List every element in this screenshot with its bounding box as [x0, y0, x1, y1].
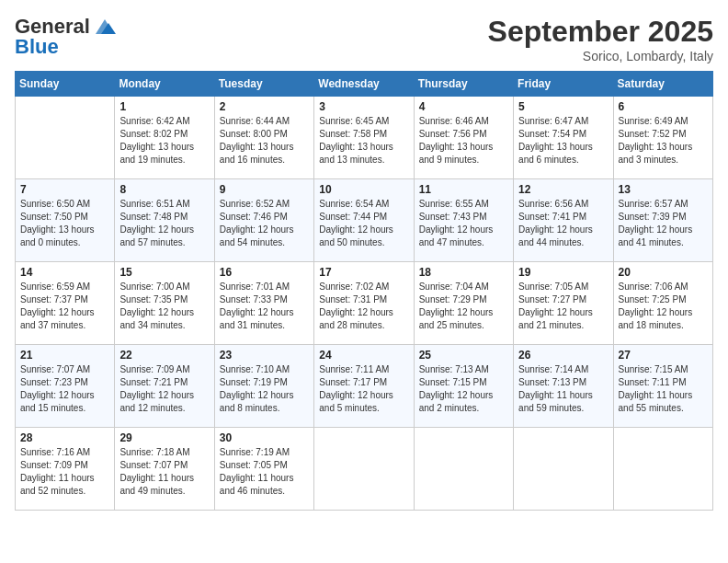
day-info: Sunrise: 7:04 AM Sunset: 7:29 PM Dayligh…	[419, 281, 508, 332]
day-number: 18	[419, 266, 508, 279]
day-number: 20	[619, 266, 708, 279]
day-info: Sunrise: 6:47 AM Sunset: 7:54 PM Dayligh…	[518, 115, 608, 167]
weekday-header-tuesday: Tuesday	[214, 72, 313, 97]
day-info: Sunrise: 6:50 AM Sunset: 7:50 PM Dayligh…	[20, 198, 109, 249]
day-info: Sunrise: 7:15 AM Sunset: 7:11 PM Dayligh…	[619, 363, 708, 415]
calendar-header: SundayMondayTuesdayWednesdayThursdayFrid…	[16, 72, 713, 97]
day-info: Sunrise: 7:01 AM Sunset: 7:33 PM Dayligh…	[220, 281, 309, 332]
day-cell: 14Sunrise: 6:59 AM Sunset: 7:37 PM Dayli…	[16, 262, 115, 345]
day-cell: 16Sunrise: 7:01 AM Sunset: 7:33 PM Dayli…	[214, 262, 313, 345]
day-number: 2	[220, 100, 309, 113]
day-number: 7	[20, 183, 109, 196]
day-info: Sunrise: 7:10 AM Sunset: 7:19 PM Dayligh…	[220, 363, 309, 415]
day-number: 6	[619, 100, 708, 113]
day-info: Sunrise: 7:13 AM Sunset: 7:15 PM Dayligh…	[419, 363, 508, 415]
day-number: 25	[419, 349, 508, 362]
day-info: Sunrise: 7:06 AM Sunset: 7:25 PM Dayligh…	[619, 281, 708, 332]
calendar-table: SundayMondayTuesdayWednesdayThursdayFrid…	[15, 71, 713, 511]
day-info: Sunrise: 7:16 AM Sunset: 7:09 PM Dayligh…	[20, 446, 109, 498]
day-cell: 11Sunrise: 6:55 AM Sunset: 7:43 PM Dayli…	[414, 179, 513, 262]
day-cell: 21Sunrise: 7:07 AM Sunset: 7:23 PM Dayli…	[16, 345, 115, 428]
day-cell: 28Sunrise: 7:16 AM Sunset: 7:09 PM Dayli…	[16, 428, 115, 511]
day-cell: 24Sunrise: 7:11 AM Sunset: 7:17 PM Dayli…	[314, 345, 414, 428]
day-info: Sunrise: 7:14 AM Sunset: 7:13 PM Dayligh…	[518, 363, 608, 415]
day-cell: 6Sunrise: 6:49 AM Sunset: 7:52 PM Daylig…	[613, 97, 712, 179]
day-cell: 20Sunrise: 7:06 AM Sunset: 7:25 PM Dayli…	[613, 262, 712, 345]
day-cell: 13Sunrise: 6:57 AM Sunset: 7:39 PM Dayli…	[613, 179, 712, 262]
day-info: Sunrise: 6:42 AM Sunset: 8:02 PM Dayligh…	[119, 115, 209, 167]
month-title: September 2025	[488, 15, 713, 49]
day-cell	[414, 428, 513, 511]
day-info: Sunrise: 7:05 AM Sunset: 7:27 PM Dayligh…	[518, 281, 608, 332]
day-info: Sunrise: 6:59 AM Sunset: 7:37 PM Dayligh…	[20, 281, 109, 332]
day-cell: 3Sunrise: 6:45 AM Sunset: 7:58 PM Daylig…	[314, 97, 414, 179]
day-number: 8	[119, 183, 209, 196]
location-subtitle: Sorico, Lombardy, Italy	[488, 49, 713, 63]
day-number: 5	[518, 100, 608, 113]
weekday-header-wednesday: Wednesday	[314, 72, 414, 97]
day-number: 24	[319, 349, 408, 362]
day-info: Sunrise: 7:00 AM Sunset: 7:35 PM Dayligh…	[119, 281, 209, 332]
day-info: Sunrise: 6:45 AM Sunset: 7:58 PM Dayligh…	[319, 115, 408, 167]
day-info: Sunrise: 6:57 AM Sunset: 7:39 PM Dayligh…	[619, 198, 708, 249]
day-cell: 2Sunrise: 6:44 AM Sunset: 8:00 PM Daylig…	[214, 97, 313, 179]
page-header: General Blue September 2025 Sorico, Lomb…	[15, 15, 713, 63]
calendar-body: 1Sunrise: 6:42 AM Sunset: 8:02 PM Daylig…	[16, 97, 713, 511]
day-number: 23	[220, 349, 309, 362]
day-cell: 29Sunrise: 7:18 AM Sunset: 7:07 PM Dayli…	[115, 428, 214, 511]
logo-blue: Blue	[15, 35, 59, 59]
day-number: 4	[419, 100, 508, 113]
day-cell: 23Sunrise: 7:10 AM Sunset: 7:19 PM Dayli…	[214, 345, 313, 428]
day-number: 12	[518, 183, 608, 196]
day-cell: 26Sunrise: 7:14 AM Sunset: 7:13 PM Dayli…	[514, 345, 613, 428]
day-info: Sunrise: 6:46 AM Sunset: 7:56 PM Dayligh…	[419, 115, 508, 167]
day-cell: 15Sunrise: 7:00 AM Sunset: 7:35 PM Dayli…	[115, 262, 214, 345]
day-cell: 27Sunrise: 7:15 AM Sunset: 7:11 PM Dayli…	[613, 345, 712, 428]
weekday-header-thursday: Thursday	[414, 72, 513, 97]
day-cell	[16, 97, 115, 179]
day-info: Sunrise: 6:54 AM Sunset: 7:44 PM Dayligh…	[319, 198, 408, 249]
day-number: 10	[319, 183, 408, 196]
day-number: 27	[619, 349, 708, 362]
day-info: Sunrise: 6:49 AM Sunset: 7:52 PM Dayligh…	[619, 115, 708, 167]
day-info: Sunrise: 6:56 AM Sunset: 7:41 PM Dayligh…	[518, 198, 608, 249]
day-number: 13	[619, 183, 708, 196]
day-number: 21	[20, 349, 109, 362]
day-info: Sunrise: 6:51 AM Sunset: 7:48 PM Dayligh…	[119, 198, 209, 249]
day-info: Sunrise: 6:52 AM Sunset: 7:46 PM Dayligh…	[220, 198, 309, 249]
day-cell: 10Sunrise: 6:54 AM Sunset: 7:44 PM Dayli…	[314, 179, 414, 262]
day-number: 11	[419, 183, 508, 196]
day-info: Sunrise: 7:11 AM Sunset: 7:17 PM Dayligh…	[319, 363, 408, 415]
day-number: 17	[319, 266, 408, 279]
day-info: Sunrise: 6:44 AM Sunset: 8:00 PM Dayligh…	[220, 115, 309, 167]
day-cell	[314, 428, 414, 511]
week-row-1: 1Sunrise: 6:42 AM Sunset: 8:02 PM Daylig…	[16, 97, 713, 179]
day-number: 28	[20, 431, 109, 444]
day-info: Sunrise: 6:55 AM Sunset: 7:43 PM Dayligh…	[419, 198, 508, 249]
day-cell: 4Sunrise: 6:46 AM Sunset: 7:56 PM Daylig…	[414, 97, 513, 179]
day-number: 1	[119, 100, 209, 113]
day-number: 16	[220, 266, 309, 279]
day-info: Sunrise: 7:18 AM Sunset: 7:07 PM Dayligh…	[119, 446, 209, 498]
day-info: Sunrise: 7:09 AM Sunset: 7:21 PM Dayligh…	[119, 363, 209, 415]
weekday-header-friday: Friday	[514, 72, 613, 97]
day-number: 19	[518, 266, 608, 279]
day-cell: 1Sunrise: 6:42 AM Sunset: 8:02 PM Daylig…	[115, 97, 214, 179]
day-info: Sunrise: 7:07 AM Sunset: 7:23 PM Dayligh…	[20, 363, 109, 415]
day-cell	[514, 428, 613, 511]
title-area: September 2025 Sorico, Lombardy, Italy	[488, 15, 713, 63]
week-row-2: 7Sunrise: 6:50 AM Sunset: 7:50 PM Daylig…	[16, 179, 713, 262]
day-number: 22	[119, 349, 209, 362]
day-cell: 8Sunrise: 6:51 AM Sunset: 7:48 PM Daylig…	[115, 179, 214, 262]
weekday-row: SundayMondayTuesdayWednesdayThursdayFrid…	[16, 72, 713, 97]
logo: General Blue	[15, 15, 118, 59]
day-number: 29	[119, 431, 209, 444]
day-number: 9	[220, 183, 309, 196]
day-number: 26	[518, 349, 608, 362]
logo-icon	[92, 17, 118, 36]
day-number: 15	[119, 266, 209, 279]
day-cell: 30Sunrise: 7:19 AM Sunset: 7:05 PM Dayli…	[214, 428, 313, 511]
day-cell: 22Sunrise: 7:09 AM Sunset: 7:21 PM Dayli…	[115, 345, 214, 428]
weekday-header-saturday: Saturday	[613, 72, 712, 97]
weekday-header-monday: Monday	[115, 72, 214, 97]
